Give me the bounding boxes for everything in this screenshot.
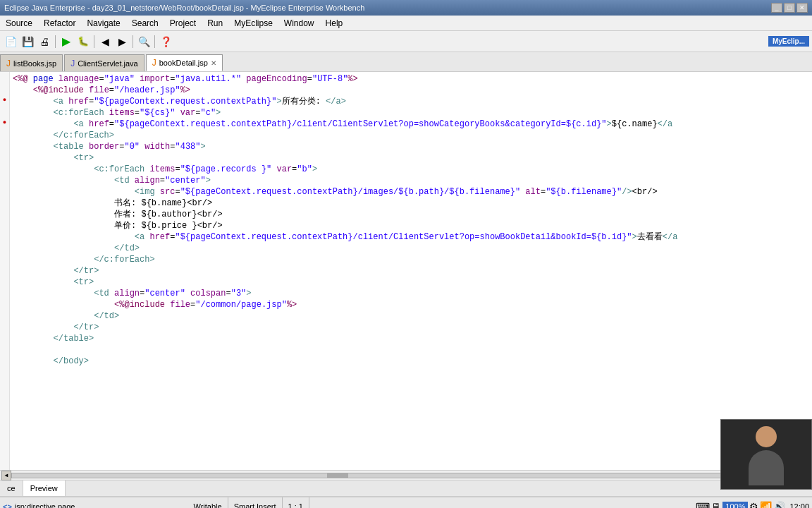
separator-2 <box>94 35 94 48</box>
gutter-15 <box>0 230 9 241</box>
menu-help[interactable]: Help <box>320 17 349 30</box>
menu-window[interactable]: Window <box>278 17 320 30</box>
code-line-20: <td align="center" colspan="3"> <box>13 288 809 299</box>
save-button[interactable]: 💾 <box>20 34 35 49</box>
toolbar: 📄 💾 🖨 ▶ 🐛 ◀ ▶ 🔍 ❓ MyEclip... <box>0 31 812 52</box>
code-line-2: <%@include file="/header.jsp"%> <box>13 85 809 96</box>
tab-label-listbooks: listBooks.jsp <box>13 59 56 68</box>
tab-icon-bookdetail: J <box>152 58 156 68</box>
back-button[interactable]: ◀ <box>97 34 113 49</box>
status-writable: Writable <box>187 497 228 508</box>
tab-icon-listbooks: J <box>6 59 11 68</box>
gutter-26 <box>0 354 9 365</box>
video-thumbnail <box>720 419 812 490</box>
scroll-left-arrow[interactable]: ◀ <box>1 471 11 480</box>
gutter-4 <box>0 106 9 117</box>
bottom-tab-ce[interactable]: ce <box>0 480 23 496</box>
code-line-24: </table> <box>13 333 809 344</box>
menu-project[interactable]: Project <box>164 17 202 30</box>
menu-source[interactable]: Source <box>0 17 38 30</box>
title-text: Eclipse Java Enterprise - day23_01_netst… <box>4 4 364 12</box>
scroll-track[interactable] <box>11 473 801 478</box>
code-line-26: </body> <box>13 356 809 367</box>
horizontal-scrollbar[interactable]: ◀ ▶ <box>0 470 812 480</box>
debug-button[interactable]: 🐛 <box>75 34 91 49</box>
tab-bookdetail[interactable]: J bookDetail.jsp ✕ <box>146 54 223 71</box>
gutter-11 <box>0 185 9 196</box>
code-line-3: <a href="${pageContext.request.contextPa… <box>13 96 809 107</box>
menu-search[interactable]: Search <box>126 17 164 30</box>
menu-run[interactable]: Run <box>202 17 228 30</box>
print-button[interactable]: 🖨 <box>37 34 52 49</box>
monitor-icon: 🖥 <box>711 501 721 509</box>
gutter-19 <box>0 275 9 286</box>
close-button[interactable]: ✕ <box>796 3 808 13</box>
gutter-20 <box>0 286 9 298</box>
code-line-19: <tr> <box>13 277 809 288</box>
gutter-13 <box>0 207 9 219</box>
menu-refactor[interactable]: Refactor <box>38 17 81 30</box>
status-insert-mode: Smart Insert <box>228 497 283 508</box>
editor-container: ● ● <%@ page language="java" import="jav… <box>0 72 812 470</box>
gutter-8 <box>0 151 9 162</box>
code-line-21: <%@include file="/common/page.jsp"%> <box>13 299 809 310</box>
forward-button[interactable]: ▶ <box>114 34 130 49</box>
gutter-16 <box>0 241 9 253</box>
code-line-6: </c:forEach> <box>13 130 809 141</box>
gutter-14 <box>0 219 9 230</box>
menu-myeclipse[interactable]: MyEclipse <box>228 17 278 30</box>
gutter-1 <box>0 72 9 83</box>
code-line-14: 单价: ${b.price }<br/> <box>13 220 809 231</box>
gutter-6 <box>0 128 9 140</box>
gutter-12 <box>0 196 9 207</box>
scroll-thumb[interactable] <box>327 473 348 478</box>
file-label: jsp:directive.page <box>15 502 75 509</box>
tab-label-bookdetail: bookDetail.jsp <box>159 59 208 67</box>
code-line-16: </td> <box>13 243 809 254</box>
code-line-4: <c:forEach items="${cs}" var="c"> <box>13 107 809 119</box>
tab-icon-clientservlet: J <box>70 59 75 68</box>
keyboard-icon: ⌨ <box>696 501 710 509</box>
code-line-12: 书名: ${b.name}<br/> <box>13 198 809 209</box>
maximize-button[interactable]: □ <box>784 3 795 13</box>
status-position: 1 : 1 <box>283 497 309 508</box>
code-line-25 <box>13 344 809 356</box>
code-line-15: <a href="${pageContext.request.contextPa… <box>13 231 809 243</box>
time-display: 12:00 <box>789 502 809 509</box>
gutter-17 <box>0 253 9 264</box>
menu-bar: Source Refactor Navigate Search Project … <box>0 16 812 31</box>
person-head <box>756 426 777 447</box>
speaker-icon: 🔊 <box>773 501 785 509</box>
menu-navigate[interactable]: Navigate <box>81 17 125 30</box>
code-line-8: <tr> <box>13 152 809 164</box>
settings-icon[interactable]: ⚙ <box>749 501 758 509</box>
code-area[interactable]: <%@ page language="java" import="java.ut… <box>10 72 812 470</box>
tab-bar: J listBooks.jsp J ClientServlet.java J b… <box>0 52 812 72</box>
status-left: <> jsp:directive.page <box>3 502 75 509</box>
myeclipse-logo: MyEclip... <box>768 36 809 47</box>
title-bar: Eclipse Java Enterprise - day23_01_netst… <box>0 0 812 16</box>
gutter-23 <box>0 320 9 332</box>
separator-3 <box>133 35 133 48</box>
zoom-percent: 100% <box>722 502 748 509</box>
run-button[interactable]: ▶ <box>59 34 74 49</box>
code-line-9: <c:forEach items="${page.records }" var=… <box>13 164 809 175</box>
minimize-button[interactable]: _ <box>771 3 782 13</box>
gutter-22 <box>0 309 9 320</box>
code-line-17: </c:forEach> <box>13 254 809 265</box>
gutter-3: ● <box>0 95 9 106</box>
tab-listbooks[interactable]: J listBooks.jsp <box>0 54 63 71</box>
new-button[interactable]: 📄 <box>3 34 18 49</box>
gutter-9 <box>0 162 9 174</box>
code-line-1: <%@ page language="java" import="java.ut… <box>13 73 809 85</box>
separator-1 <box>55 35 56 48</box>
tab-clientservlet[interactable]: J ClientServlet.java <box>64 54 144 71</box>
status-bar: <> jsp:directive.page Writable Smart Ins… <box>0 497 812 508</box>
gutter-24 <box>0 332 9 343</box>
search-toolbar-button[interactable]: 🔍 <box>136 34 152 49</box>
tab-close-bookdetail[interactable]: ✕ <box>211 59 216 67</box>
help-toolbar-button[interactable]: ❓ <box>158 34 173 49</box>
bottom-tab-preview[interactable]: Preview <box>23 480 66 496</box>
gutter-2 <box>0 83 9 95</box>
person-silhouette <box>745 426 787 483</box>
